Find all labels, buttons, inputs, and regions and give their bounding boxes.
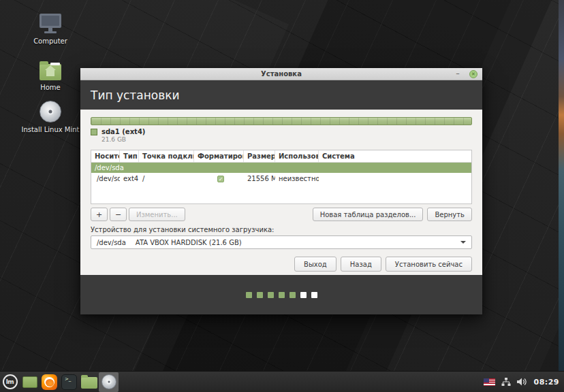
- new-partition-table-button[interactable]: Новая таблица разделов...: [313, 208, 424, 221]
- minimize-button[interactable]: –: [452, 68, 463, 80]
- bootloader-device-description: ATA VBOX HARDDISK (21.6 GB): [136, 239, 242, 246]
- progress-dot: [257, 292, 263, 298]
- progress-dot: [246, 292, 252, 298]
- install-now-button[interactable]: Установить сейчас: [386, 257, 472, 272]
- add-partition-button[interactable]: +: [91, 208, 108, 221]
- desktop-icon-computer[interactable]: Computer: [16, 11, 84, 45]
- progress-dot: [268, 292, 274, 298]
- legend-partition-name: sda1 (ext4): [101, 128, 145, 136]
- legend-color-swatch: [91, 129, 97, 135]
- firefox-launcher[interactable]: [40, 372, 59, 392]
- column-header[interactable]: Тип: [120, 150, 139, 162]
- legend-partition-size: 21.6 GB: [101, 136, 145, 144]
- column-header[interactable]: Размер: [244, 150, 275, 162]
- progress-dot: [289, 292, 296, 298]
- terminal-launcher[interactable]: >_: [59, 372, 79, 392]
- progress-dots: [246, 292, 317, 298]
- device-cell: /dev/sda1: [91, 175, 120, 182]
- window-title: Установка: [80, 70, 482, 78]
- volume-icon[interactable]: [517, 378, 527, 386]
- quit-button[interactable]: Выход: [294, 257, 336, 272]
- desktop-icon-label: Install Linux Mint: [16, 126, 84, 133]
- desktop-icon-install-linux-mint[interactable]: Install Linux Mint: [16, 99, 84, 133]
- system-tray: 08:29: [484, 378, 564, 387]
- remove-partition-button[interactable]: −: [110, 208, 127, 221]
- partition-legend: sda1 (ext4) 21.6 GB: [91, 128, 472, 144]
- secondary-wallpaper-strip: [559, 0, 564, 371]
- column-header[interactable]: Носитель: [91, 150, 120, 162]
- table-row-selected[interactable]: /dev/sda: [91, 163, 471, 173]
- desktop-icon-label: Computer: [16, 37, 84, 45]
- column-header[interactable]: Система: [319, 150, 471, 162]
- column-header[interactable]: Использовано: [275, 150, 319, 162]
- mint-menu-button[interactable]: lm: [0, 372, 20, 392]
- size-cell: 21556 MB: [244, 175, 275, 182]
- taskbar-clock[interactable]: 08:29: [533, 378, 561, 387]
- progress-dot: [279, 292, 285, 298]
- bootloader-device-dropdown[interactable]: /dev/sda ATA VBOX HARDDISK (21.6 GB): [91, 235, 472, 249]
- folder-icon: [81, 377, 97, 389]
- file-manager-launcher[interactable]: [79, 372, 99, 392]
- column-header[interactable]: Точка подключения: [139, 150, 194, 162]
- chevron-down-icon: [460, 241, 466, 244]
- column-header[interactable]: Форматировать?: [194, 150, 244, 162]
- installer-disc-icon: [101, 374, 116, 389]
- page-title: Тип установки: [80, 80, 482, 110]
- progress-dot: [311, 292, 317, 298]
- change-partition-button[interactable]: Изменить...: [129, 208, 185, 221]
- used-cell: неизвестно: [275, 175, 319, 182]
- terminal-icon: >_: [61, 374, 77, 390]
- bootloader-device: /dev/sda: [97, 239, 126, 246]
- computer-icon: [16, 11, 84, 34]
- wizard-actions: Выход Назад Установить сейчас: [91, 257, 472, 272]
- progress-dot: [300, 292, 307, 298]
- format-cell: ✓: [194, 176, 244, 182]
- device-cell: /dev/sda: [91, 164, 471, 172]
- table-row[interactable]: /dev/sda1 ext4 / ✓ 21556 MB неизвестно: [91, 173, 471, 184]
- partition-toolbar: + − Изменить... Новая таблица разделов..…: [91, 208, 472, 221]
- revert-button[interactable]: Вернуть: [427, 208, 472, 221]
- show-desktop-button[interactable]: [20, 372, 40, 392]
- show-desktop-icon: [22, 376, 37, 388]
- mount-cell: /: [139, 175, 194, 182]
- installer-window: Установка – ✕ Тип установки sda1 (ext4) …: [80, 68, 482, 314]
- installer-task-button[interactable]: [99, 372, 119, 392]
- bootloader-label: Устройство для установки системного загр…: [91, 226, 472, 233]
- install-disc-icon: [16, 99, 84, 122]
- type-cell: ext4: [120, 175, 139, 182]
- desktop-icon-label: Home: [16, 84, 84, 91]
- network-icon[interactable]: [501, 378, 511, 386]
- partition-bar: [91, 117, 472, 125]
- home-folder-icon: [16, 57, 84, 80]
- table-header-row: Носитель Тип Точка подключения Форматиро…: [91, 150, 471, 163]
- taskbar: lm >_ 08:29: [0, 371, 564, 392]
- window-titlebar[interactable]: Установка – ✕: [80, 68, 482, 80]
- keyboard-layout-us-flag-icon[interactable]: [484, 378, 495, 386]
- firefox-icon: [42, 374, 57, 390]
- partition-table: Носитель Тип Точка подключения Форматиро…: [91, 150, 472, 204]
- desktop-icon-home[interactable]: Home: [16, 57, 84, 91]
- format-checkbox[interactable]: ✓: [217, 176, 224, 182]
- back-button[interactable]: Назад: [341, 257, 381, 272]
- linux-mint-logo-icon: lm: [3, 374, 18, 389]
- window-content: sda1 (ext4) 21.6 GB Носитель Тип Точка п…: [80, 110, 482, 275]
- close-button[interactable]: ✕: [469, 70, 477, 78]
- wizard-footer: [80, 275, 482, 314]
